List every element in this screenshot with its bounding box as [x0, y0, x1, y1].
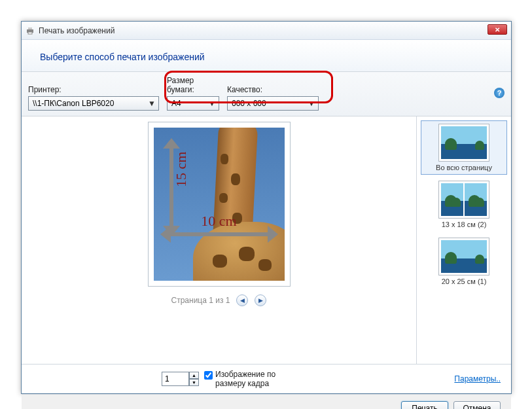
printer-icon: [26, 26, 35, 35]
paper-combo[interactable]: A4 ▼: [167, 96, 219, 111]
window-title: Печать изображений: [39, 26, 115, 35]
print-dialog: Печать изображений ✕ Выберите способ печ…: [21, 21, 512, 394]
prev-page-button[interactable]: ◀: [236, 294, 248, 306]
chevron-down-icon: ▼: [207, 98, 217, 109]
spin-down-button[interactable]: ▼: [189, 379, 199, 386]
pager: Страница 1 из 1 ◀ ▶: [171, 294, 267, 306]
quality-label: Качество:: [227, 85, 319, 94]
cancel-button[interactable]: Отмена: [453, 401, 501, 409]
chevron-down-icon: ▼: [147, 98, 157, 109]
svg-rect-1: [28, 27, 32, 29]
printer-combo[interactable]: \\1-ПК\Canon LBP6020 ▼: [28, 96, 159, 111]
options-bar: ▲ ▼ Изображение по размеру кадра Парамет…: [22, 364, 511, 394]
chevron-down-icon: ▼: [306, 98, 317, 109]
height-label: 15 cm: [173, 152, 190, 187]
quality-combo[interactable]: 600 x 600 ▼: [227, 96, 319, 111]
printer-label: Принтер:: [28, 85, 159, 94]
layout-label: Во всю страницу: [436, 164, 492, 171]
help-icon[interactable]: ?: [494, 88, 505, 98]
svg-rect-2: [28, 32, 32, 34]
paper-value: A4: [171, 99, 181, 108]
close-button[interactable]: ✕: [488, 24, 507, 35]
spin-up-button[interactable]: ▲: [189, 372, 199, 379]
next-page-button[interactable]: ▶: [255, 294, 266, 306]
layouts-panel: Во всю страницу 13 x 18 см (2) 20 x 25 с…: [416, 116, 511, 364]
print-button[interactable]: Печать: [401, 401, 448, 409]
width-arrow: 10 cm: [160, 226, 278, 243]
layout-full-page[interactable]: Во всю страницу: [421, 120, 507, 175]
quality-value: 600 x 600: [232, 99, 266, 108]
content: 15 cm 10 cm Страница 1 из 1 ◀ ▶ Во всю с…: [22, 116, 511, 364]
toolbar: Принтер: \\1-ПК\Canon LBP6020 ▼ Размер б…: [22, 71, 511, 116]
layout-label: 13 x 18 см (2): [442, 221, 487, 228]
fit-label: Изображение по размеру кадра: [215, 370, 287, 389]
header: Выберите способ печати изображений: [22, 40, 511, 71]
paper-label: Размер бумаги:: [167, 76, 219, 94]
parameters-link[interactable]: Параметры..: [454, 374, 501, 383]
preview-pane: 15 cm 10 cm Страница 1 из 1 ◀ ▶: [22, 116, 416, 364]
titlebar: Печать изображений ✕: [22, 22, 511, 40]
photo: 15 cm 10 cm: [154, 128, 285, 281]
copies-input[interactable]: [162, 372, 189, 386]
fit-checkbox[interactable]: [204, 371, 213, 380]
header-text: Выберите способ печати изображений: [40, 52, 493, 62]
layout-label: 20 x 25 см (1): [442, 277, 487, 285]
page-preview: 15 cm 10 cm: [148, 122, 291, 287]
pager-text: Страница 1 из 1: [171, 296, 230, 305]
copies-spinner[interactable]: ▲ ▼: [162, 372, 199, 386]
layout-20x25[interactable]: 20 x 25 см (1): [421, 234, 507, 289]
layout-13x18[interactable]: 13 x 18 см (2): [421, 177, 507, 232]
footer: Печать Отмена: [22, 394, 511, 409]
width-label: 10 cm: [160, 213, 278, 230]
printer-value: \\1-ПК\Canon LBP6020: [33, 99, 114, 108]
